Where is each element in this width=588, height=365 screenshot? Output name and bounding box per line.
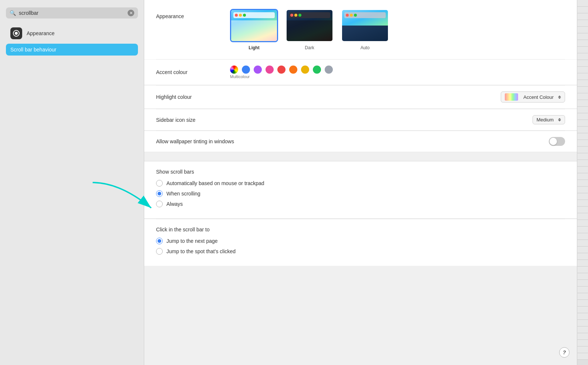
scrollbar-line (577, 160, 588, 167)
appearance-option-light[interactable]: Light (230, 9, 278, 50)
scrollbar-line (577, 133, 588, 140)
svg-point-1 (15, 32, 18, 35)
click-next-page-radio[interactable] (156, 238, 163, 244)
scrollbar-line (577, 93, 588, 100)
scrollbar-line (577, 207, 588, 213)
click-spot-clicked-option[interactable]: Jump to the spot that's clicked (156, 248, 565, 255)
appearance-label: Appearance (156, 9, 230, 19)
search-input[interactable] (19, 10, 125, 16)
dot-green (243, 14, 246, 17)
scrollbar-line (577, 353, 588, 360)
sidebar-icon-size-control: Medium (230, 115, 565, 124)
scrollbar-line (577, 300, 588, 307)
appearance-options: Light Dark (230, 9, 389, 50)
sidebar-icon-size-value: Medium (537, 117, 554, 123)
appearance-row: Appearance Light (156, 9, 565, 50)
sidebar-item-scroll-bar[interactable]: Scroll bar behaviour (6, 44, 138, 56)
scrollbar-line (577, 280, 588, 287)
highlight-colour-value: Accent Colour (523, 94, 554, 100)
scrollbar-line (577, 47, 588, 53)
dot-red-dark (290, 14, 293, 17)
right-panel (577, 0, 588, 365)
appearance-option-dark[interactable]: Dark (285, 9, 334, 50)
scroll-always-radio[interactable] (156, 201, 163, 207)
click-next-page-option[interactable]: Jump to the next page (156, 238, 565, 244)
scrollbar-line (577, 33, 588, 40)
scrollbar-line (577, 287, 588, 293)
scroll-auto-option[interactable]: Automatically based on mouse or trackpad (156, 180, 565, 187)
help-button[interactable]: ? (559, 347, 570, 358)
scrollbar-line (577, 140, 588, 147)
light-thumbnail[interactable] (230, 9, 278, 42)
scrollbar-lines (577, 0, 588, 365)
sidebar: 🔍 ✕ Appearance Scroll bar behaviour (0, 0, 144, 365)
scrollbar-line (577, 0, 588, 7)
dot-yellow-auto (350, 14, 353, 17)
scroll-auto-radio[interactable] (156, 180, 163, 187)
search-icon: 🔍 (10, 10, 16, 16)
scroll-when-scrolling-option[interactable]: When scrolling (156, 190, 565, 197)
swatch-gray[interactable] (325, 66, 333, 74)
arrow-up-size-icon (558, 118, 561, 120)
scrollbar-line (577, 213, 588, 220)
click-spot-clicked-radio[interactable] (156, 248, 163, 255)
scrollbar-line (577, 340, 588, 346)
arrow-up-icon (558, 96, 561, 97)
arrow-down-icon (558, 97, 561, 99)
highlight-colour-row: Highlight colour Accent Colour (144, 86, 577, 109)
swatch-red[interactable] (277, 66, 285, 74)
scrollbar-line (577, 120, 588, 127)
scroll-when-scrolling-radio[interactable] (156, 190, 163, 197)
highlight-swatch (505, 93, 518, 101)
dark-thumbnail[interactable] (285, 9, 334, 42)
gap-1 (144, 152, 577, 157)
wallpaper-tinting-toggle[interactable] (549, 137, 565, 146)
dot-red (235, 14, 238, 17)
scrollbar-line (577, 27, 588, 33)
swatch-multicolour[interactable] (230, 66, 238, 74)
swatch-orange[interactable] (289, 66, 297, 74)
scrollbar-line (577, 147, 588, 153)
sidebar-icon-size-label: Sidebar icon size (156, 117, 230, 123)
scrollbar-line (577, 180, 588, 187)
auto-thumbnail[interactable] (341, 9, 389, 42)
swatch-purple[interactable] (254, 66, 262, 74)
scroll-always-option[interactable]: Always (156, 201, 565, 207)
search-bar[interactable]: 🔍 ✕ (6, 7, 138, 19)
scrollbar-line (577, 253, 588, 260)
sidebar-icon-size-row: Sidebar icon size Medium (144, 109, 577, 131)
highlight-colour-dropdown[interactable]: Accent Colour (501, 91, 565, 103)
dark-label: Dark (305, 45, 314, 50)
scrollbar-line (577, 107, 588, 113)
swatch-yellow[interactable] (301, 66, 309, 74)
scrollbar-line (577, 293, 588, 300)
dropdown-arrows-size (558, 118, 561, 121)
scrollbar-line (577, 87, 588, 93)
scrollbar-line (577, 53, 588, 60)
appearance-option-auto[interactable]: Auto (341, 9, 389, 50)
dot-red-auto (346, 14, 349, 17)
swatch-blue[interactable] (242, 66, 250, 74)
scroll-always-label: Always (166, 201, 183, 207)
sidebar-item-appearance[interactable]: Appearance (6, 24, 138, 42)
click-next-page-label: Jump to the next page (166, 238, 218, 244)
swatch-green[interactable] (313, 66, 321, 74)
scrollbar-line (577, 193, 588, 200)
click-scroll-title: Click in the scroll bar to (156, 227, 565, 232)
scrollbar-line (577, 220, 588, 227)
highlight-colour-label: Highlight colour (156, 94, 230, 100)
show-scroll-bars-title: Show scroll bars (156, 169, 565, 175)
dot-green-dark (298, 14, 301, 17)
sidebar-item-label-scroll: Scroll bar behaviour (10, 47, 57, 53)
sidebar-icon-size-dropdown[interactable]: Medium (533, 115, 565, 124)
click-spot-clicked-label: Jump to the spot that's clicked (166, 248, 236, 254)
colour-swatches (230, 66, 333, 74)
search-clear-button[interactable]: ✕ (128, 10, 134, 16)
show-scroll-bars-section: Show scroll bars Automatically based on … (144, 161, 577, 219)
dot-yellow-dark (294, 14, 297, 17)
scroll-when-scrolling-label: When scrolling (166, 191, 200, 197)
dropdown-arrows (558, 96, 561, 99)
appearance-section: Appearance Light (144, 0, 577, 59)
main-content: Appearance Light (144, 0, 577, 365)
swatch-pink[interactable] (266, 66, 274, 74)
